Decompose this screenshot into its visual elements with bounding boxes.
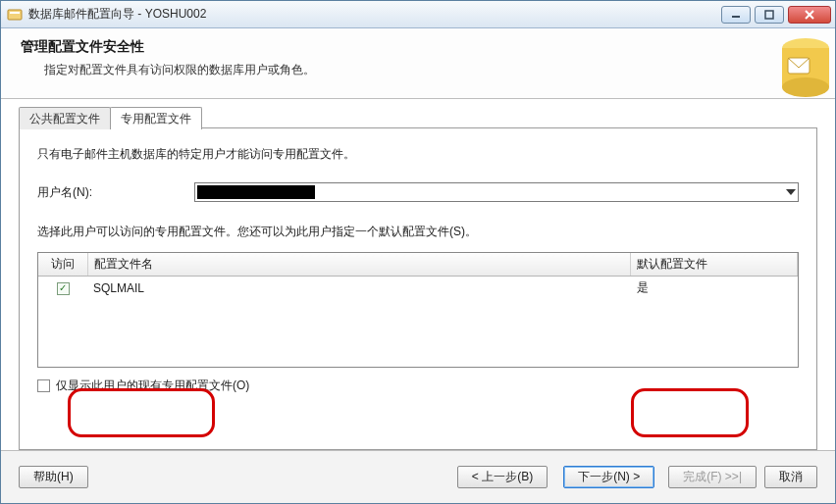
help-button[interactable]: 帮助(H) [19,466,88,488]
titlebar: 数据库邮件配置向导 - YOSHU002 [1,1,835,28]
username-value [197,185,315,199]
tab-private-profile[interactable]: 专用配置文件 [110,107,202,129]
profile-name-cell: SQLMAIL [87,277,631,300]
annotation-left [68,388,215,437]
finish-button: 完成(F) >>| [668,466,757,488]
col-header-access[interactable]: 访问 [38,253,87,277]
window-title: 数据库邮件配置向导 - YOSHU002 [28,6,721,23]
cancel-button[interactable]: 取消 [764,466,817,488]
info-text: 只有电子邮件主机数据库的特定用户才能访问专用配置文件。 [37,146,799,163]
col-header-default[interactable]: 默认配置文件 [631,253,798,277]
select-instruction: 选择此用户可以访问的专用配置文件。您还可以为此用户指定一个默认配置文件(S)。 [37,224,799,240]
dropdown-arrow-icon [786,189,796,195]
next-button[interactable]: 下一步(N) > [563,466,654,488]
svg-rect-3 [765,11,773,19]
annotation-right [631,388,749,437]
app-icon [7,7,23,23]
tab-panel-private: 只有电子邮件主机数据库的特定用户才能访问专用配置文件。 用户名(N): 选择此用… [19,127,817,450]
show-only-checkbox[interactable] [37,379,50,392]
tabstrip: 公共配置文件 专用配置文件 [19,107,817,128]
wizard-window: 数据库邮件配置向导 - YOSHU002 管理配置文件安全性 指定对配置文件具有… [0,0,836,504]
access-checkbox[interactable]: ✓ [57,282,70,295]
show-only-label: 仅显示此用户的现有专用配置文件(O) [56,378,249,394]
col-header-name[interactable]: 配置文件名 [87,253,631,277]
username-label: 用户名(N): [37,184,194,201]
window-controls [721,6,831,24]
wizard-footer: 帮助(H) < 上一步(B) 下一步(N) > 完成(F) >>| 取消 [1,450,835,503]
show-only-row: 仅显示此用户的现有专用配置文件(O) [37,378,799,394]
svg-rect-0 [8,10,22,20]
default-profile-cell[interactable]: 是 [631,277,798,300]
content-area: 公共配置文件 专用配置文件 只有电子邮件主机数据库的特定用户才能访问专用配置文件… [1,99,835,450]
profile-table: 访问 配置文件名 默认配置文件 ✓ SQLMAIL 是 [37,252,799,368]
username-dropdown[interactable] [194,182,799,202]
minimize-button[interactable] [721,6,751,24]
maximize-button[interactable] [755,6,784,24]
back-button[interactable]: < 上一步(B) [457,466,548,488]
close-button[interactable] [788,6,831,24]
tab-public-profile[interactable]: 公共配置文件 [19,107,111,129]
wizard-header: 管理配置文件安全性 指定对配置文件具有访问权限的数据库用户或角色。 [1,28,835,99]
page-title: 管理配置文件安全性 [21,38,144,56]
svg-point-8 [782,77,829,97]
username-row: 用户名(N): [37,182,799,202]
svg-rect-1 [10,12,20,14]
table-row[interactable]: ✓ SQLMAIL 是 [38,277,798,300]
page-subtitle: 指定对配置文件具有访问权限的数据库用户或角色。 [44,62,315,78]
header-graphic [747,28,835,99]
